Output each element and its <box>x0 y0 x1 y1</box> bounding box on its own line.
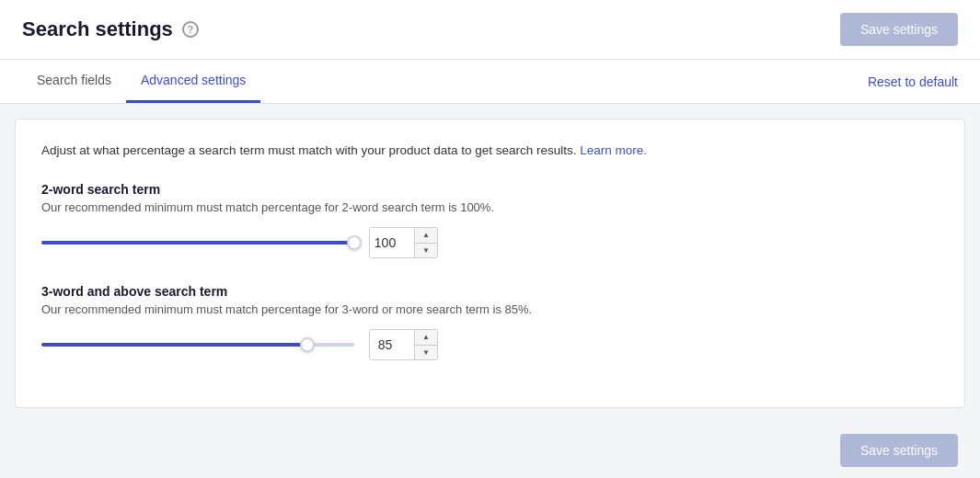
tabs-left: Search fields Advanced settings <box>22 60 260 103</box>
two-word-number-input-wrapper: ▲ ▼ <box>369 227 438 258</box>
two-word-spinner-buttons: ▲ ▼ <box>414 228 437 257</box>
three-word-slider-thumb[interactable] <box>300 337 315 352</box>
reset-to-default-link[interactable]: Reset to default <box>868 74 958 89</box>
two-word-slider-row: ▲ ▼ <box>41 227 939 258</box>
three-word-section: 3-word and above search term Our recomme… <box>41 284 939 360</box>
three-word-slider-fill <box>41 343 307 347</box>
content-area: Adjust at what percentage a search term … <box>15 119 965 408</box>
tab-search-fields[interactable]: Search fields <box>22 60 126 103</box>
two-word-decrement-button[interactable]: ▼ <box>415 244 437 258</box>
tabs-bar: Search fields Advanced settings Reset to… <box>0 60 980 104</box>
save-settings-button-bottom[interactable]: Save settings <box>840 434 958 467</box>
two-word-slider-track <box>41 241 354 245</box>
three-word-slider-wrapper[interactable] <box>41 336 354 354</box>
bottom-bar: Save settings <box>0 423 980 478</box>
two-word-title: 2-word search term <box>41 182 939 197</box>
three-word-slider-row: ▲ ▼ <box>41 329 939 360</box>
three-word-increment-button[interactable]: ▲ <box>415 330 437 346</box>
two-word-slider-wrapper[interactable] <box>41 233 354 252</box>
three-word-spinner-buttons: ▲ ▼ <box>414 330 437 359</box>
three-word-number-input[interactable] <box>370 330 414 359</box>
three-word-decrement-button[interactable]: ▼ <box>415 346 437 360</box>
three-word-desc: Our recommended minimum must match perce… <box>41 302 939 316</box>
three-word-title: 3-word and above search term <box>41 284 939 299</box>
header: Search settings ? Save settings <box>0 0 980 60</box>
save-settings-button-top[interactable]: Save settings <box>840 13 958 46</box>
three-word-slider-track <box>41 343 354 347</box>
description-text: Adjust at what percentage a search term … <box>41 142 939 160</box>
two-word-number-input[interactable] <box>370 228 414 257</box>
help-icon[interactable]: ? <box>182 21 199 38</box>
page-title: Search settings <box>22 17 173 41</box>
header-left: Search settings ? <box>22 17 199 41</box>
tab-advanced-settings[interactable]: Advanced settings <box>126 60 260 103</box>
two-word-slider-fill <box>41 241 354 245</box>
two-word-slider-thumb[interactable] <box>347 235 362 250</box>
three-word-number-input-wrapper: ▲ ▼ <box>369 329 438 360</box>
two-word-section: 2-word search term Our recommended minim… <box>41 182 939 258</box>
two-word-desc: Our recommended minimum must match perce… <box>41 200 939 214</box>
learn-more-link[interactable]: Learn more. <box>580 143 647 157</box>
two-word-increment-button[interactable]: ▲ <box>415 228 437 244</box>
